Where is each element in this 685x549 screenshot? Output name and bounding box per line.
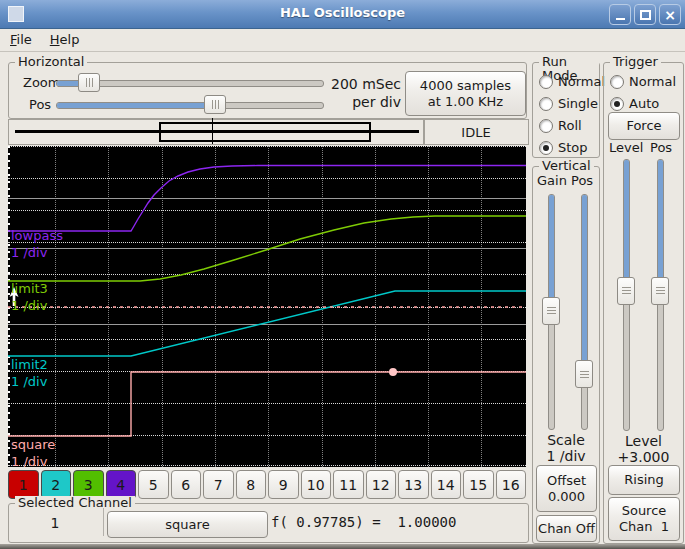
- acquisition-status: IDLE: [423, 119, 529, 145]
- scope-scale-limit2: 1 /div: [11, 374, 47, 389]
- slider-thumb[interactable]: [617, 277, 635, 305]
- channel-source-button[interactable]: square: [107, 511, 268, 538]
- trigger-option-auto[interactable]: Auto: [610, 95, 676, 112]
- trigger-level-slider[interactable]: [617, 159, 635, 431]
- vertical-pos-slider[interactable]: [575, 194, 593, 430]
- run-mode-option-label: Stop: [558, 140, 588, 155]
- menu-bar: FileHelp: [0, 29, 685, 52]
- channel-button-16[interactable]: 16: [496, 470, 527, 499]
- run-mode-option-roll[interactable]: Roll: [539, 117, 605, 134]
- horizontal-section: Horizontal Zoom Pos 200 mSec per div 400…: [8, 62, 527, 119]
- selected-channel-legend: Selected Channel: [15, 496, 135, 510]
- close-icon: ×: [664, 8, 676, 22]
- zoom-label: Zoom: [23, 75, 60, 90]
- close-button[interactable]: ×: [659, 4, 681, 25]
- view-window-rect: [159, 122, 371, 142]
- window-title: HAL Oscilloscope: [0, 5, 685, 20]
- horizontal-zoom-slider[interactable]: [56, 73, 324, 91]
- minimize-button[interactable]: [609, 4, 631, 25]
- slider-thumb[interactable]: [575, 360, 593, 388]
- scale-readout-value: 1 /div: [533, 449, 599, 464]
- menu-help[interactable]: Help: [42, 29, 88, 50]
- scale-readout-title: Scale: [533, 433, 599, 448]
- slider-trough: [56, 102, 324, 109]
- vpos-label: Pos: [571, 173, 593, 188]
- run-mode-option-stop[interactable]: Stop: [539, 139, 605, 156]
- record-length-button[interactable]: 4000 samples at 1.00 KHz: [405, 71, 526, 116]
- title-bar: HAL Oscilloscope ×: [0, 0, 685, 29]
- slider-thumb[interactable]: [204, 95, 226, 114]
- trigger-point-marker: [389, 368, 397, 376]
- channel-button-14[interactable]: 14: [431, 470, 462, 499]
- horizontal-pos-slider[interactable]: [56, 95, 324, 113]
- pos-label: Pos: [29, 97, 51, 112]
- waveform-traces: [8, 146, 526, 467]
- scope-label-limit3: limit3: [11, 281, 48, 296]
- slider-thumb[interactable]: [78, 73, 100, 92]
- radio-icon: [539, 97, 553, 111]
- run-mode-option-label: Roll: [558, 118, 582, 133]
- slider-thumb[interactable]: [651, 277, 669, 305]
- channel-button-13[interactable]: 13: [398, 470, 429, 499]
- level-readout-value: +3.000: [604, 450, 683, 465]
- trigger-section: Trigger NormalAuto Force Level Pos Level…: [603, 62, 684, 544]
- window-bottom-edge: [0, 544, 685, 549]
- capture-position-indicator: [8, 119, 425, 145]
- trigger-legend: Trigger: [610, 55, 661, 69]
- gain-label: Gain: [537, 173, 567, 188]
- trace-square: [8, 372, 526, 436]
- level-readout-title: Level: [604, 434, 683, 449]
- run-mode-options: NormalSingleRollStop: [539, 73, 605, 156]
- channel-button-12[interactable]: 12: [366, 470, 397, 499]
- menu-file[interactable]: File: [2, 29, 40, 50]
- radio-icon: [539, 75, 553, 89]
- trigger-option-label: Auto: [629, 96, 659, 111]
- run-mode-option-label: Normal: [558, 74, 605, 89]
- radio-icon: [610, 75, 624, 89]
- sample-rate-readout: 200 mSec per div: [329, 75, 401, 111]
- vertical-legend: Vertical: [539, 159, 594, 173]
- trigger-option-label: Normal: [629, 74, 676, 89]
- divider: [103, 508, 104, 536]
- trigger-option-normal[interactable]: Normal: [610, 73, 676, 90]
- minimize-icon: [616, 18, 625, 20]
- trigger-position-mark: [212, 118, 213, 144]
- channel-button-11[interactable]: 11: [333, 470, 364, 499]
- offset-button[interactable]: Offset 0.000: [536, 465, 597, 512]
- selected-channel-section: Selected Channel 1 square f( 0.97785) = …: [8, 503, 529, 543]
- scope-label-square: square: [11, 437, 55, 452]
- channel-button-9[interactable]: 9: [268, 470, 299, 499]
- radio-icon: [610, 97, 624, 111]
- scope-label-lowpass: lowpass: [11, 228, 63, 243]
- chan-off-button[interactable]: Chan Off: [536, 515, 597, 542]
- hal-oscilloscope-window: HAL Oscilloscope × FileHelp Horizontal Z…: [0, 0, 685, 549]
- maximize-button[interactable]: [634, 4, 656, 25]
- trace-limit3: [8, 216, 526, 281]
- scope-label-limit2: limit2: [11, 357, 48, 372]
- vertical-section: Vertical Gain Pos Scale 1 /div Offset 0.…: [532, 166, 600, 544]
- trigger-pos-slider[interactable]: [651, 159, 669, 431]
- channel-button-15[interactable]: 15: [463, 470, 494, 499]
- horizontal-legend: Horizontal: [15, 55, 87, 69]
- channel-button-6[interactable]: 6: [171, 470, 202, 499]
- scope-scale-square: 1 /div: [11, 454, 47, 467]
- run-mode-option-label: Single: [558, 96, 598, 111]
- radio-icon: [539, 141, 553, 155]
- trigger-options: NormalAuto: [610, 73, 676, 112]
- force-button[interactable]: Force: [608, 112, 680, 140]
- channel-button-8[interactable]: 8: [236, 470, 267, 499]
- radio-icon: [539, 119, 553, 133]
- maximize-icon: [640, 10, 651, 20]
- edge-button[interactable]: Rising: [608, 465, 680, 495]
- trigger-level-label: Level: [609, 140, 643, 155]
- scope-display[interactable]: lowpass1 /divlimit31 /divlimit21 /divsqu…: [8, 146, 526, 467]
- channel-button-5[interactable]: 5: [138, 470, 169, 499]
- selected-channel-number: 1: [43, 515, 67, 531]
- channel-button-10[interactable]: 10: [301, 470, 332, 499]
- run-mode-option-single[interactable]: Single: [539, 95, 605, 112]
- run-mode-option-normal[interactable]: Normal: [539, 73, 605, 90]
- trigger-source-button[interactable]: Source Chan 1: [608, 497, 680, 541]
- channel-button-7[interactable]: 7: [203, 470, 234, 499]
- vertical-gain-slider[interactable]: [542, 194, 560, 430]
- slider-thumb[interactable]: [542, 297, 560, 325]
